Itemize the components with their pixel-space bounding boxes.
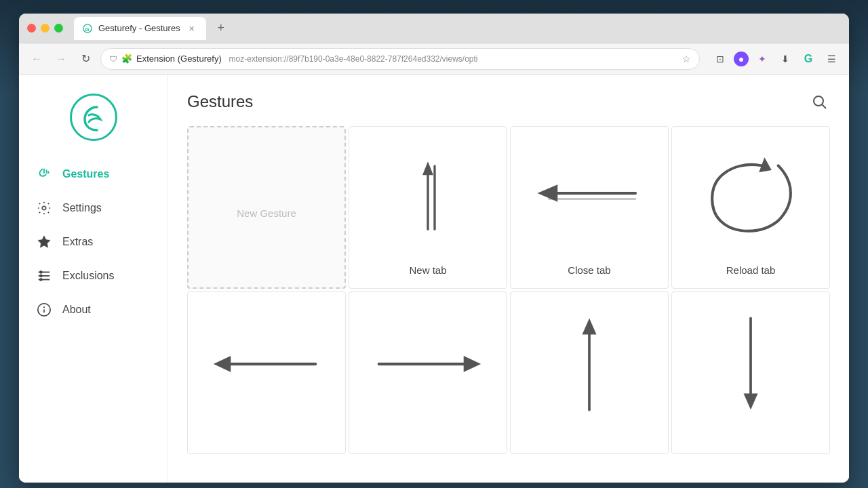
svg-marker-27: [583, 319, 597, 335]
gestures-label: Gestures: [62, 168, 109, 180]
extension-icon1[interactable]: ✦: [753, 49, 772, 68]
sidebar-item-about[interactable]: About: [19, 293, 167, 327]
close-tab-label: Close tab: [568, 264, 610, 276]
reload-tab-gesture-drawing: [672, 127, 829, 259]
gesture-card-reload-tab[interactable]: Reload tab: [671, 126, 830, 289]
svg-point-8: [40, 275, 42, 277]
bookmark-icon[interactable]: ☆: [682, 54, 691, 64]
new-gesture-card[interactable]: New Gesture: [187, 126, 346, 289]
svg-point-13: [814, 96, 823, 106]
address-bar: ← → ↻ 🛡 🧩 Extension (Gesturefy) moz-exte…: [19, 43, 849, 75]
minimize-button[interactable]: [41, 24, 50, 33]
gesturefy-toolbar-icon[interactable]: G: [799, 49, 818, 68]
svg-point-9: [40, 279, 42, 281]
pocket-icon[interactable]: ⊡: [711, 49, 730, 68]
svg-marker-16: [422, 161, 433, 175]
svg-line-14: [823, 105, 827, 109]
extension-indicator: 🧩: [121, 54, 132, 64]
gestures-grid: New Gesture New tab: [187, 126, 830, 454]
gesture-card-scroll-up[interactable]: [510, 291, 669, 454]
gesture-card-close-tab[interactable]: Close tab: [510, 126, 669, 289]
page-title: Gestures: [187, 92, 253, 111]
svg-marker-25: [464, 356, 481, 372]
close-tab-gesture-drawing: [511, 127, 668, 259]
url-bar[interactable]: 🛡 🧩 Extension (Gesturefy) moz-extension:…: [100, 48, 700, 70]
scroll-up-gesture-drawing: [511, 292, 668, 436]
back-nav-button[interactable]: ←: [27, 49, 46, 68]
tab-favicon: G: [82, 23, 93, 34]
tab-close-button[interactable]: ×: [186, 22, 198, 35]
browser-tab[interactable]: G Gesturefy - Gestures ×: [74, 17, 206, 40]
page-header: Gestures: [187, 91, 830, 113]
exclusions-label: Exclusions: [62, 270, 114, 282]
gesture-card-scroll-down[interactable]: [671, 291, 830, 454]
svg-marker-23: [214, 356, 231, 372]
browser-window: G Gesturefy - Gestures × + ← → ↻ 🛡 🧩 Ext…: [19, 14, 849, 483]
save-icon[interactable]: ⬇: [776, 49, 795, 68]
traffic-lights: [27, 24, 63, 33]
container-icon[interactable]: ●: [734, 52, 749, 66]
new-tab-button[interactable]: +: [212, 19, 231, 38]
new-gesture-label: New Gesture: [237, 207, 296, 219]
title-bar: G Gesturefy - Gestures × +: [19, 14, 849, 43]
about-label: About: [62, 304, 91, 316]
settings-icon: [35, 199, 53, 217]
svg-marker-3: [38, 236, 50, 247]
logo-area: [19, 88, 167, 157]
scroll-down-gesture-drawing: [672, 292, 829, 436]
exclusions-icon: [35, 267, 53, 285]
new-tab-gesture-drawing: [349, 127, 507, 259]
svg-marker-29: [744, 394, 758, 410]
content-area: Gestures Settings Extras: [19, 75, 849, 483]
back-gesture-drawing: [188, 292, 345, 436]
gesture-card-new-tab[interactable]: New tab: [349, 126, 507, 289]
gesture-card-forward[interactable]: [349, 291, 507, 454]
sidebar-item-settings[interactable]: Settings: [19, 191, 167, 225]
security-icon: 🛡: [109, 54, 117, 64]
url-display-text: Extension (Gesturefy) moz-extension://89…: [136, 54, 678, 64]
forward-gesture-drawing: [349, 292, 507, 436]
main-content: Gestures New Gesture: [168, 75, 849, 483]
svg-point-7: [40, 271, 42, 273]
svg-point-2: [42, 206, 46, 210]
new-tab-label: New tab: [409, 264, 446, 276]
maximize-button[interactable]: [54, 24, 63, 33]
extras-label: Extras: [62, 236, 93, 248]
search-button[interactable]: [808, 91, 830, 113]
browser-toolbar-icons: ⊡ ● ✦ ⬇ G ☰: [711, 49, 841, 68]
app-logo: [70, 94, 117, 141]
about-icon: [35, 301, 53, 319]
sidebar-item-extras[interactable]: Extras: [19, 225, 167, 259]
settings-label: Settings: [62, 202, 102, 214]
sidebar-item-gestures[interactable]: Gestures: [19, 157, 167, 191]
reload-nav-button[interactable]: ↻: [76, 49, 95, 68]
menu-button[interactable]: ☰: [822, 49, 841, 68]
forward-nav-button[interactable]: →: [52, 49, 71, 68]
svg-text:G: G: [85, 26, 90, 32]
sidebar: Gestures Settings Extras: [19, 75, 168, 483]
sidebar-item-exclusions[interactable]: Exclusions: [19, 259, 167, 293]
reload-tab-label: Reload tab: [726, 264, 776, 276]
close-button[interactable]: [27, 24, 36, 33]
tab-title: Gesturefy - Gestures: [98, 23, 180, 33]
gestures-icon: [35, 165, 53, 183]
extras-icon: [35, 233, 53, 251]
gesture-card-back[interactable]: [187, 291, 346, 454]
